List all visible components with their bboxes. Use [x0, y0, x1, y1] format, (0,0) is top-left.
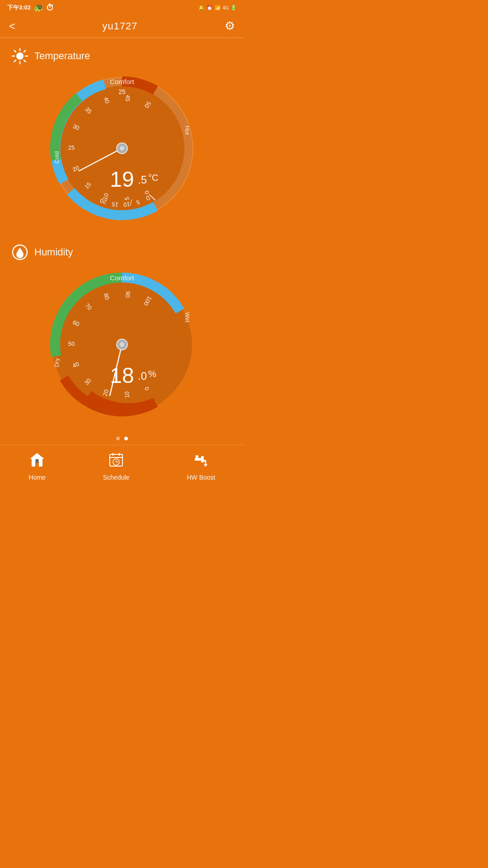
humidity-title: Humidity: [11, 243, 233, 261]
svg-text:.0: .0: [138, 370, 147, 382]
temperature-icon: [11, 47, 29, 65]
svg-text:10: 10: [123, 201, 130, 208]
svg-line-5: [14, 51, 16, 52]
svg-text:45: 45: [124, 94, 131, 102]
svg-text:°C: °C: [148, 173, 158, 183]
svg-text:10: 10: [123, 391, 131, 398]
svg-text:Comfort: Comfort: [110, 274, 134, 282]
svg-text:25: 25: [68, 144, 75, 151]
back-button[interactable]: <: [9, 20, 15, 33]
svg-point-37: [120, 146, 124, 151]
svg-text:Dry: Dry: [53, 358, 60, 367]
svg-line-6: [24, 60, 26, 62]
humidity-icon: [11, 243, 29, 261]
svg-line-8: [14, 60, 16, 62]
temperature-section: Temperature: [0, 38, 244, 234]
settings-button[interactable]: ⚙: [225, 19, 235, 33]
svg-text:90: 90: [124, 291, 131, 298]
hw-boost-icon: [193, 452, 209, 471]
nav-schedule[interactable]: Schedule: [103, 452, 129, 481]
svg-text:.5: .5: [138, 174, 147, 186]
svg-text:15: 15: [112, 201, 119, 208]
nav-schedule-label: Schedule: [103, 474, 129, 481]
temperature-title: Temperature: [11, 47, 233, 65]
svg-text:Comfort: Comfort: [110, 78, 134, 85]
status-bar: 下午3:02 🐢 ⏱ 🔔 ⏰ 📶 4G 🔋: [0, 0, 244, 15]
svg-point-0: [16, 52, 23, 60]
svg-text:👤: 👤: [35, 459, 39, 463]
nav-hw-boost-label: HW Boost: [187, 474, 215, 481]
svg-text:18: 18: [110, 363, 134, 387]
svg-text:25: 25: [118, 88, 126, 95]
nav-home-label: Home: [29, 474, 46, 481]
svg-rect-77: [196, 455, 198, 458]
svg-point-59: [120, 342, 124, 347]
svg-text:19: 19: [110, 167, 134, 191]
svg-text:30: 30: [197, 99, 199, 108]
svg-text:Cold: Cold: [53, 151, 60, 164]
status-icons: 🔔 ⏰ 📶 4G 🔋: [198, 5, 237, 11]
svg-text:50: 50: [68, 340, 75, 347]
page-indicators: [0, 437, 244, 440]
svg-text:Wet: Wet: [184, 312, 191, 323]
bottom-navigation: 👤 Home Schedule: [0, 445, 244, 490]
humidity-section: Humidity: [0, 234, 244, 430]
page-dot-2[interactable]: [124, 437, 128, 440]
status-time: 下午3:02 🐢 ⏱: [7, 3, 54, 13]
nav-home[interactable]: 👤 Home: [29, 452, 46, 481]
humidity-gauge: 0 10 20 30 40 50 60 70 80 90 100 Comfort…: [11, 268, 233, 421]
header: < yu1727 ⚙: [0, 15, 244, 38]
svg-line-7: [24, 51, 26, 52]
svg-text:Hot: Hot: [184, 126, 191, 135]
schedule-icon: [108, 452, 124, 471]
temperature-gauge: x=170-148=22, y=170-0=170. Yes. -->: [11, 71, 233, 225]
svg-text:%: %: [148, 369, 156, 379]
nav-hw-boost[interactable]: HW Boost: [187, 452, 215, 481]
page-title: yu1727: [102, 20, 137, 32]
page-dot-1[interactable]: [116, 437, 120, 440]
home-icon: 👤: [29, 452, 45, 471]
svg-text:5: 5: [123, 197, 131, 201]
